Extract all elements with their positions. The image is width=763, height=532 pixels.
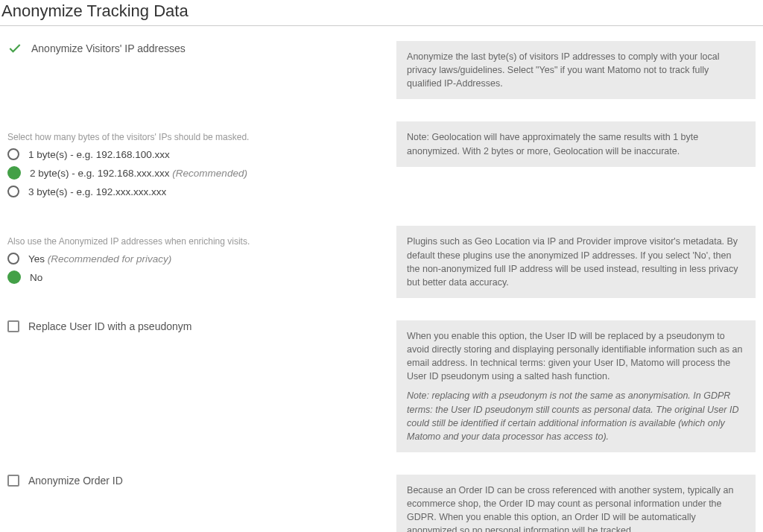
anonymize-ip-help: Anonymize the last byte(s) of visitors I… — [396, 41, 756, 99]
radio-icon — [7, 166, 21, 180]
enrich-option-no[interactable]: No — [7, 270, 382, 284]
enrich-help: Plugins such as Geo Location via IP and … — [396, 226, 756, 298]
anonymize-ip-label: Anonymize Visitors' IP addresses — [31, 42, 186, 54]
checkbox-icon — [7, 320, 19, 332]
radio-label: Yes (Recommended for privacy) — [28, 253, 171, 265]
anonymize-order-toggle[interactable]: Anonymize Order ID — [7, 475, 382, 487]
radio-label: 3 byte(s) - e.g. 192.xxx.xxx.xxx — [28, 186, 166, 197]
row-replace-userid: Replace User ID with a pseudonym When yo… — [7, 320, 756, 452]
anonymize-order-label: Anonymize Order ID — [28, 475, 123, 487]
replace-userid-label: Replace User ID with a pseudonym — [28, 320, 191, 332]
radio-icon — [7, 253, 19, 265]
mask-bytes-radio-group: 1 byte(s) - e.g. 192.168.100.xxx 2 byte(… — [7, 148, 382, 197]
radio-icon — [7, 270, 21, 284]
checkbox-icon — [7, 475, 19, 487]
replace-userid-help: When you enable this option, the User ID… — [396, 320, 756, 452]
enrich-option-yes[interactable]: Yes (Recommended for privacy) — [7, 253, 382, 265]
enrich-sublabel: Also use the Anonymized IP addresses whe… — [7, 236, 382, 247]
mask-bytes-option-1[interactable]: 1 byte(s) - e.g. 192.168.100.xxx — [7, 148, 382, 160]
radio-label: No — [30, 272, 42, 283]
mask-bytes-option-2[interactable]: 2 byte(s) - e.g. 192.168.xxx.xxx (Recomm… — [7, 166, 382, 180]
replace-userid-toggle[interactable]: Replace User ID with a pseudonym — [7, 320, 382, 332]
anonymize-ip-toggle[interactable]: Anonymize Visitors' IP addresses — [7, 41, 382, 56]
radio-icon — [7, 186, 19, 197]
page-title: Anonymize Tracking Data — [0, 0, 763, 26]
row-anonymize-order: Anonymize Order ID Because an Order ID c… — [7, 475, 756, 532]
mask-bytes-option-3[interactable]: 3 byte(s) - e.g. 192.xxx.xxx.xxx — [7, 186, 382, 197]
row-enrich: Also use the Anonymized IP addresses whe… — [7, 226, 756, 298]
anonymize-order-help: Because an Order ID can be cross referen… — [396, 475, 756, 532]
mask-bytes-help: Note: Geolocation will have approximatel… — [396, 121, 756, 166]
enrich-radio-group: Yes (Recommended for privacy) No — [7, 253, 382, 284]
settings-form: Anonymize Visitors' IP addresses Anonymi… — [0, 41, 763, 532]
radio-icon — [7, 148, 19, 160]
mask-bytes-sublabel: Select how many bytes of the visitors' I… — [7, 132, 382, 142]
radio-label: 2 byte(s) - e.g. 192.168.xxx.xxx (Recomm… — [30, 168, 247, 179]
row-mask-bytes: Select how many bytes of the visitors' I… — [7, 121, 756, 203]
check-icon — [7, 41, 22, 56]
row-anonymize-ip: Anonymize Visitors' IP addresses Anonymi… — [7, 41, 756, 99]
radio-label: 1 byte(s) - e.g. 192.168.100.xxx — [28, 149, 170, 160]
